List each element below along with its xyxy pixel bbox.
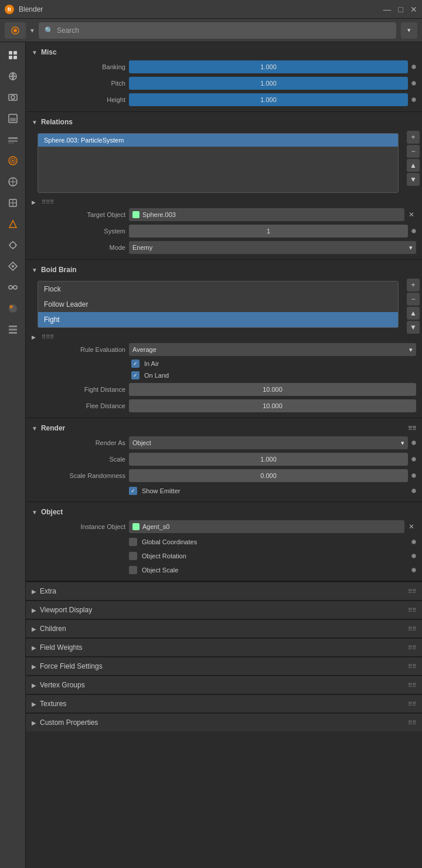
render-as-dot[interactable] — [411, 440, 416, 445]
sidebar-icon-tools[interactable] — [4, 46, 22, 65]
render-section-header[interactable]: ▼ Render ⠿⠿ — [26, 422, 422, 435]
svg-rect-2 — [9, 51, 12, 55]
svg-rect-35 — [9, 326, 17, 327]
scale-dot[interactable] — [411, 457, 416, 462]
relations-section-header[interactable]: ▼ Relations — [26, 116, 422, 128]
flee-distance-value[interactable]: 10.000 — [129, 399, 416, 412]
boid-item-fight[interactable]: Fight — [38, 312, 398, 327]
list-add-button[interactable]: + — [407, 131, 420, 144]
pitch-dot[interactable] — [411, 81, 416, 86]
instance-object-clear[interactable]: ✕ — [407, 522, 416, 531]
panel-header-4[interactable]: ▶ Force Field Settings ⠿⠿ — [26, 657, 422, 675]
target-object-label: Target Object — [32, 211, 125, 218]
object-scale-row: Object Scale — [26, 563, 422, 577]
mode-select[interactable]: Enemy ▾ — [129, 241, 416, 254]
sidebar-icon-view[interactable] — [4, 67, 22, 86]
pitch-value[interactable]: 1.000 — [129, 77, 408, 90]
close-button[interactable]: ✕ — [410, 5, 417, 14]
scale-value[interactable]: 1.000 — [129, 453, 408, 466]
render-as-select[interactable]: Object ▾ — [129, 436, 408, 449]
panel-header-2[interactable]: ▶ Children ⠿⠿ — [26, 619, 422, 638]
panel-header-6[interactable]: ▶ Textures ⠿⠿ — [26, 694, 422, 713]
boid-brain-header[interactable]: ▼ Boid Brain — [26, 263, 422, 276]
sidebar-icon-particles[interactable] — [4, 236, 22, 255]
target-object-clear[interactable]: ✕ — [407, 210, 416, 219]
banking-value[interactable]: 1.000 — [129, 60, 408, 73]
minimize-button[interactable]: — — [383, 5, 392, 14]
target-object-value: Sphere.003 — [142, 211, 176, 218]
boid-item-flock[interactable]: Flock — [38, 282, 398, 297]
boid-down-button[interactable]: ▼ — [407, 321, 420, 334]
global-coords-dot[interactable] — [411, 540, 416, 544]
misc-section-header[interactable]: ▼ Misc — [26, 46, 422, 59]
on-land-checkbox[interactable]: ✓ — [131, 371, 139, 379]
list-remove-button[interactable]: − — [407, 145, 420, 158]
svg-point-9 — [11, 96, 15, 99]
object-scale-checkbox[interactable] — [129, 566, 137, 574]
toolbar-dropdown-icon[interactable]: ▾ — [30, 26, 34, 35]
object-rotation-checkbox[interactable] — [129, 552, 137, 560]
menu-button[interactable] — [5, 22, 26, 39]
relations-list-item-selected[interactable]: Sphere.003: ParticleSystem — [38, 134, 398, 147]
maximize-button[interactable]: □ — [399, 5, 403, 14]
in-air-checkbox[interactable]: ✓ — [131, 360, 139, 368]
object-scale-dot[interactable] — [411, 568, 416, 572]
system-value[interactable]: 1 — [129, 225, 408, 238]
height-dot[interactable] — [411, 97, 416, 102]
list-up-button[interactable]: ▲ — [407, 159, 420, 172]
boid-remove-button[interactable]: − — [407, 293, 420, 306]
panel-header-7[interactable]: ▶ Custom Properties ⠿⠿ — [26, 713, 422, 731]
global-coords-label: Global Coordinates — [142, 538, 197, 545]
panel-header-5[interactable]: ▶ Vertex Groups ⠿⠿ — [26, 676, 422, 694]
banking-dot[interactable] — [411, 65, 416, 69]
sidebar-icon-object[interactable] — [4, 194, 22, 212]
object-section-header[interactable]: ▼ Object — [26, 506, 422, 518]
collapsible-panel-field-weights: ▶ Field Weights ⠿⠿ — [26, 638, 422, 656]
sidebar-icon-physics[interactable] — [4, 257, 22, 276]
sidebar-icon-modifier[interactable] — [4, 215, 22, 233]
list-footer-expand[interactable]: ▶ — [32, 199, 36, 205]
render-as-label: Render As — [32, 439, 125, 446]
options-dropdown-button[interactable]: ▾ — [401, 22, 417, 39]
scale-randomness-dot[interactable] — [411, 473, 416, 478]
boid-list-expand[interactable]: ▶ — [32, 334, 36, 340]
sidebar-icon-data[interactable] — [4, 320, 22, 339]
fight-distance-label: Fight Distance — [32, 386, 125, 393]
show-emitter-dot[interactable] — [411, 489, 416, 493]
svg-point-29 — [12, 265, 14, 267]
sidebar-icon-world[interactable] — [4, 172, 22, 191]
search-bar[interactable]: 🔍 Search — [39, 22, 396, 39]
instance-object-row: Instance Object Agent_s0 ✕ — [26, 518, 422, 535]
search-placeholder: Search — [57, 26, 79, 35]
banking-label: Banking — [32, 63, 125, 70]
render-as-dropdown-icon: ▾ — [401, 439, 404, 447]
object-rotation-dot[interactable] — [411, 554, 416, 558]
svg-point-30 — [9, 286, 12, 289]
rule-evaluation-select[interactable]: Average ▾ — [129, 343, 416, 356]
show-emitter-checkbox[interactable]: ✓ — [129, 487, 137, 495]
boid-item-follow-leader[interactable]: Follow Leader — [38, 297, 398, 312]
panel-arrow-4: ▶ — [32, 663, 36, 670]
global-coords-checkbox[interactable] — [129, 538, 137, 546]
fight-distance-value[interactable]: 10.000 — [129, 383, 416, 396]
list-down-button[interactable]: ▼ — [407, 173, 420, 186]
boid-up-button[interactable]: ▲ — [407, 307, 420, 320]
height-value[interactable]: 1.000 — [129, 93, 408, 106]
system-dot[interactable] — [411, 229, 416, 233]
sidebar-icon-constraints[interactable] — [4, 278, 22, 297]
target-object-field[interactable]: Sphere.003 — [129, 208, 404, 221]
show-emitter-container: ✓ Show Emitter — [129, 487, 408, 495]
sidebar-icon-render[interactable] — [4, 88, 22, 107]
boid-add-button[interactable]: + — [407, 279, 420, 291]
panel-header-3[interactable]: ▶ Field Weights ⠿⠿ — [26, 638, 422, 656]
sidebar-icon-material[interactable] — [4, 299, 22, 318]
sidebar-icon-scene[interactable] — [4, 151, 22, 170]
panel-header-0[interactable]: ▶ Extra ⠿⠿ — [26, 582, 422, 600]
sidebar-icon-view-layer[interactable] — [4, 130, 22, 149]
panel-header-1[interactable]: ▶ Viewport Display ⠿⠿ — [26, 601, 422, 619]
sidebar-icon-output[interactable] — [4, 109, 22, 128]
instance-object-field[interactable]: Agent_s0 — [129, 520, 404, 533]
render-arrow: ▼ — [32, 425, 38, 432]
scale-randomness-value[interactable]: 0.000 — [129, 469, 408, 482]
scale-row: Scale 1.000 — [26, 451, 422, 467]
